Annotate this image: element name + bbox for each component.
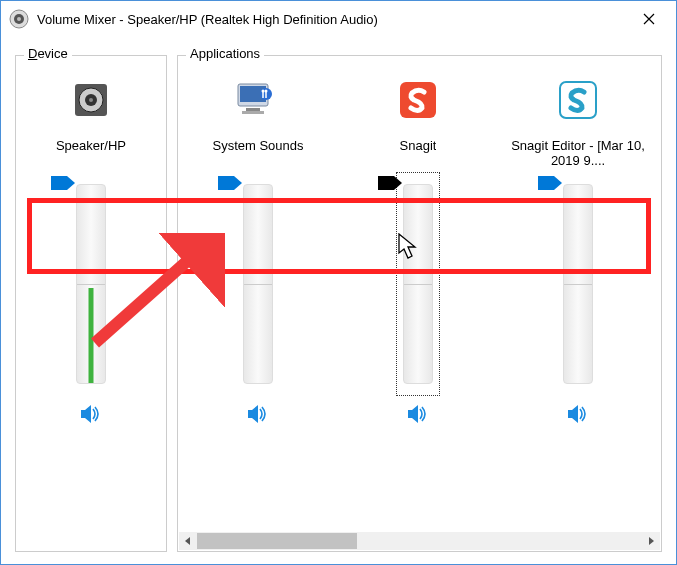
- app-slider-system-sounds[interactable]: [228, 184, 288, 394]
- scrollbar-thumb[interactable]: [197, 533, 357, 549]
- scroll-left-button[interactable]: [179, 532, 197, 550]
- app-icon: [9, 9, 29, 29]
- app-slider-snagit-editor[interactable]: [548, 184, 608, 394]
- app-slider-thumb[interactable]: [218, 176, 242, 190]
- app-mute-button[interactable]: [241, 400, 275, 428]
- svg-point-2: [17, 17, 21, 21]
- device-panel-label: Device: [24, 46, 72, 61]
- device-column: Speaker/HP: [16, 56, 166, 428]
- snagit-icon[interactable]: [394, 76, 442, 124]
- device-slider-thumb[interactable]: [51, 176, 75, 190]
- applications-panel-label: Applications: [186, 46, 264, 61]
- device-slider[interactable]: [61, 184, 121, 394]
- titlebar: Volume Mixer - Speaker/HP (Realtek High …: [1, 1, 676, 37]
- app-mute-button[interactable]: [401, 400, 435, 428]
- app-slider-thumb[interactable]: [538, 176, 562, 190]
- horizontal-scrollbar[interactable]: [179, 532, 660, 550]
- app-slider-thumb[interactable]: [378, 176, 402, 190]
- applications-row: System Sounds Snagit: [178, 56, 661, 532]
- device-name[interactable]: Speaker/HP: [56, 138, 126, 172]
- app-name[interactable]: Snagit: [400, 138, 437, 172]
- device-mute-button[interactable]: [74, 400, 108, 428]
- scrollbar-track[interactable]: [197, 532, 642, 550]
- window-title: Volume Mixer - Speaker/HP (Realtek High …: [37, 12, 626, 27]
- applications-panel: Applications System Sounds: [177, 55, 662, 552]
- svg-point-12: [262, 90, 265, 93]
- app-column-snagit: Snagit: [338, 56, 498, 532]
- app-name[interactable]: Snagit Editor - [Mar 10, 2019 9....: [508, 138, 648, 172]
- snagit-editor-icon[interactable]: [554, 76, 602, 124]
- close-button[interactable]: [626, 4, 672, 34]
- app-column-snagit-editor: Snagit Editor - [Mar 10, 2019 9....: [498, 56, 658, 532]
- device-level-indicator: [89, 288, 94, 383]
- svg-point-13: [265, 90, 268, 93]
- scroll-right-button[interactable]: [642, 532, 660, 550]
- svg-rect-10: [242, 111, 264, 114]
- svg-point-6: [89, 98, 93, 102]
- app-column-system-sounds: System Sounds: [178, 56, 338, 532]
- app-mute-button[interactable]: [561, 400, 595, 428]
- device-panel: Device Speaker/HP: [15, 55, 167, 552]
- content-area: Device Speaker/HP Applications: [1, 37, 676, 564]
- app-name[interactable]: System Sounds: [212, 138, 303, 172]
- svg-rect-9: [246, 108, 260, 111]
- speaker-device-icon[interactable]: [67, 76, 115, 124]
- system-sounds-icon[interactable]: [234, 76, 282, 124]
- app-slider-snagit[interactable]: [388, 184, 448, 394]
